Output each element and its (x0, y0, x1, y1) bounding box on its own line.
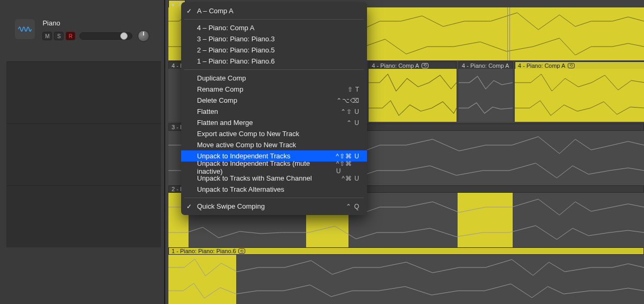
menu-item-shortcut: ⌃⌥⌫ (336, 97, 360, 104)
menu-item-label: Move active Comp to New Track (197, 141, 296, 149)
menu-item-shortcut: ⌃ U (346, 119, 360, 127)
take-region-header[interactable]: 1 - Piano: Piano: Piano.6 ⟲ (168, 247, 644, 255)
solo-button[interactable]: S (54, 32, 64, 40)
menu-item-label: Flatten (197, 108, 218, 115)
volume-thumb[interactable] (120, 32, 128, 40)
menu-item-shortcut: ⇧ T (347, 86, 360, 93)
mute-button[interactable]: M (42, 32, 52, 40)
track-header[interactable]: Piano M S R (15, 19, 155, 42)
menu-item-shortcut: ⌃⇧ U (341, 108, 360, 115)
menu-item[interactable]: Duplicate Comp (181, 73, 367, 84)
menu-item-label: Export active Comp to New Track (197, 130, 299, 138)
menu-item[interactable]: Unpack to Track Alternatives (181, 184, 367, 195)
loop-icon: ⟲ (568, 63, 575, 68)
take-region-body[interactable] (168, 255, 644, 304)
track-type-icon (15, 19, 35, 39)
menu-item[interactable]: Flatten and Merge⌃ U (181, 117, 367, 128)
record-enable-button[interactable]: R (66, 32, 75, 40)
loop-icon: ⟲ (238, 248, 245, 254)
region-label: 4 - Piano: Comp A (462, 62, 509, 69)
menu-item-label: Rename Comp (197, 85, 243, 93)
menu-item[interactable]: Move active Comp to New Track (181, 139, 367, 150)
menu-item[interactable]: Unpack to Independent Tracks (mute inact… (181, 162, 367, 173)
menu-item[interactable]: Quick Swipe Comping⌃ Q (181, 201, 367, 212)
menu-item[interactable]: 1 – Piano: Piano: Piano.6 (181, 56, 367, 67)
region-label: 4 - Piano: Comp A (518, 62, 565, 69)
region-label: 1 - Piano: Piano: Piano.6 (172, 248, 236, 254)
menu-item-label: A – Comp A (197, 7, 234, 15)
menu-item-label: Quick Swipe Comping (197, 202, 265, 210)
menu-item[interactable]: Flatten⌃⇧ U (181, 106, 367, 117)
loop-icon: ⟲ (422, 63, 428, 68)
menu-item-label: 3 – Piano: Piano: Piano.3 (197, 35, 275, 43)
menu-item-label: 4 – Piano: Comp A (197, 24, 254, 32)
comp-split-line (509, 7, 510, 60)
menu-item-label: Unpack to Tracks with Same Channel (197, 174, 312, 182)
menu-separator (184, 19, 364, 20)
menu-item-label: Flatten and Merge (197, 119, 253, 127)
take-lane-header[interactable] (6, 185, 161, 247)
take-folder-context-menu[interactable]: A – Comp A4 – Piano: Comp A3 – Piano: Pi… (181, 2, 367, 215)
menu-item-label: Duplicate Comp (197, 74, 246, 82)
menu-separator (184, 69, 364, 70)
disclosure-icon[interactable]: ▾ (172, 2, 176, 6)
menu-item-label: 2 – Piano: Piano: Piano.5 (197, 46, 275, 54)
menu-item-shortcut: ^⌘ U (342, 175, 360, 182)
pan-knob[interactable] (138, 30, 149, 42)
menu-separator (184, 198, 364, 198)
take-region[interactable]: 4 - Piano: Comp A ⟲ (369, 61, 457, 122)
region-label: 4 - Piano: Comp A (372, 62, 419, 69)
track-header-panel: Piano M S R (0, 0, 164, 304)
take-region[interactable]: 4 - Piano: Comp A ⟲ (515, 61, 644, 122)
volume-slider[interactable] (79, 32, 132, 40)
menu-item-shortcut: ^⇧⌘ U (336, 153, 360, 160)
menu-item-label: Unpack to Track Alternatives (197, 185, 284, 193)
take-lane: 1 - Piano: Piano: Piano.6 ⟲ (168, 247, 644, 304)
menu-item[interactable]: A – Comp A (181, 5, 367, 16)
menu-item[interactable]: Rename Comp⇧ T (181, 84, 367, 95)
menu-item-label: 1 – Piano: Piano: Piano.6 (197, 57, 275, 65)
take-lane-header[interactable] (6, 61, 161, 123)
menu-item[interactable]: Delete Comp⌃⌥⌫ (181, 95, 367, 106)
take-region[interactable]: 4 - Piano: Comp A (459, 61, 513, 122)
menu-item[interactable]: 3 – Piano: Piano: Piano.3 (181, 33, 367, 44)
comp-split-line (507, 7, 508, 60)
menu-item[interactable]: 4 – Piano: Comp A (181, 22, 367, 33)
menu-item[interactable]: 2 – Piano: Piano: Piano.5 (181, 44, 367, 56)
take-lane-header[interactable] (6, 123, 161, 185)
menu-item[interactable]: Export active Comp to New Track (181, 128, 367, 139)
menu-item[interactable]: Unpack to Tracks with Same Channel^⌘ U (181, 173, 367, 184)
menu-item-shortcut: ⌃ Q (346, 203, 360, 210)
menu-item-label: Delete Comp (197, 96, 237, 104)
track-name[interactable]: Piano (42, 19, 149, 27)
